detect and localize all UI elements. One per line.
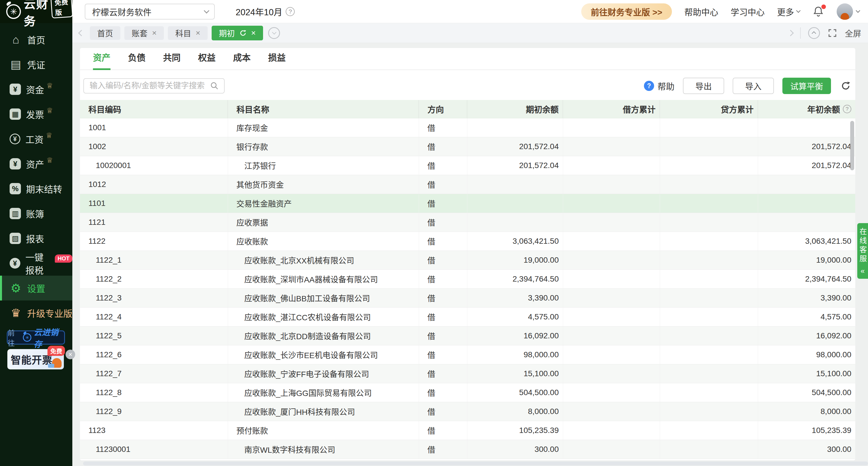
page-tab-科目[interactable]: 科目 ×: [168, 26, 207, 40]
cell-code: 1122_3: [80, 288, 228, 307]
sidebar-item-report[interactable]: ▧ 报表: [0, 226, 72, 251]
sidebar-item-settings[interactable]: ⚙ 设置: [0, 276, 72, 300]
table-row[interactable]: 1122_3 应收账款_佛山BB加工设备有限公司 借 3,390.00 3,39…: [80, 288, 855, 307]
smart-invoicing-ad[interactable]: 智能开票 免费 ×: [7, 349, 64, 369]
cell-year-begin-balance: [758, 194, 855, 213]
goto-pro-button[interactable]: 前往财务专业版 >>: [581, 3, 672, 20]
invoice-icon: ▦: [10, 108, 21, 120]
cell-code: 1123: [80, 421, 228, 440]
category-tab-损益[interactable]: 损益: [268, 51, 286, 69]
table-row[interactable]: 10020001 江苏银行 借 201,572.04 201,572.04: [80, 156, 855, 175]
search-input[interactable]: [90, 81, 210, 90]
table-row[interactable]: 1122_7 应收账款_宁波FF电子设备有限公司 借 15,100.00 15,…: [80, 364, 855, 383]
sidebar-item-funds[interactable]: ¥ 资金 ♕: [0, 77, 72, 102]
table-row[interactable]: 1002 银行存款 借 201,572.04 201,572.04: [80, 137, 855, 156]
refresh-icon[interactable]: [239, 29, 247, 37]
cell-direction: 借: [419, 213, 467, 232]
sidebar-item-asset[interactable]: ¥ 资产 ♕: [0, 152, 72, 176]
sidebar-item-salary[interactable]: ¥ 工资 ♕: [0, 127, 72, 152]
cell-opening-balance: 3,063,421.50: [467, 232, 563, 251]
online-service-tab[interactable]: 在线客服 «: [857, 223, 868, 279]
table-row[interactable]: 1123 预付账款 借 105,235.39 105,235.39: [80, 421, 855, 440]
cell-opening-balance: 19,000.00: [467, 251, 563, 269]
sidebar-item-home[interactable]: ⌂ 首页: [0, 27, 72, 52]
page-tab-首页[interactable]: 首页: [90, 26, 120, 40]
year-begin-help-icon[interactable]: ?: [843, 105, 851, 113]
table-row[interactable]: 1101 交易性金融资产 借: [80, 194, 855, 213]
table-row[interactable]: 11230001 南京WL数字科技有限公司 借 300.00 300.00: [80, 440, 855, 459]
help-center-link[interactable]: 帮助中心: [684, 5, 718, 18]
cell-opening-balance: 2,394,764.50: [467, 269, 563, 288]
ad-close-icon[interactable]: ×: [66, 350, 75, 359]
ledger-icon: ▥: [10, 208, 21, 219]
category-tab-负债[interactable]: 负债: [128, 51, 146, 69]
page-tab-期初[interactable]: 期初 ×: [212, 26, 263, 40]
fullscreen-icon[interactable]: [827, 28, 837, 38]
page-tab-账套[interactable]: 账套 ×: [124, 26, 164, 40]
sidebar-item-upgrade[interactable]: ♛ 升级专业版: [0, 300, 72, 325]
sidebar-item-voucher[interactable]: ▤ 凭证: [0, 52, 72, 77]
close-tab-icon[interactable]: ×: [195, 29, 200, 37]
refresh-icon[interactable]: [841, 81, 851, 91]
learn-center-link[interactable]: 学习中心: [731, 5, 765, 18]
tabs-dropdown-icon[interactable]: [268, 27, 280, 39]
period-help-icon[interactable]: ?: [286, 7, 295, 16]
table-row[interactable]: 1122_8 应收账款_上海GG国际贸易有限公司 借 504,500.00 50…: [80, 383, 855, 402]
goto-inventory-button[interactable]: 前往 ✳ 云进销存: [7, 330, 65, 344]
main-content-area: 资产负债共同权益成本损益 ? 帮助 导出 导入: [72, 43, 868, 466]
fullscreen-label[interactable]: 全屏: [845, 27, 861, 39]
cell-credit-total: [660, 402, 758, 421]
tabs-scroll-left-icon[interactable]: [78, 30, 85, 36]
cell-credit-total: [660, 345, 758, 364]
sidebar-item-closing[interactable]: % 期末结转: [0, 176, 72, 201]
trial-balance-button[interactable]: 试算平衡: [782, 78, 831, 94]
category-tab-共同[interactable]: 共同: [163, 51, 181, 69]
cell-opening-balance: 3,390.00: [467, 288, 563, 307]
category-tab-成本[interactable]: 成本: [233, 51, 251, 69]
table-row[interactable]: 1122_1 应收账款_北京XX机械有限公司 借 19,000.00 19,00…: [80, 251, 855, 269]
close-tab-icon[interactable]: ×: [152, 29, 157, 37]
sidebar: ✳ 云财务 免费版 ⌂ 首页 ▤ 凭证 ¥ 资金 ♕ ▦ 发票 ♕ ¥ 工资 ♕…: [0, 0, 72, 466]
column-header: 年初余额?: [758, 100, 855, 118]
table-row[interactable]: 1122_5 应收账款_北京DD制造设备有限公司 借 16,092.00 16,…: [80, 326, 855, 345]
more-menu[interactable]: 更多: [777, 5, 800, 18]
sidebar-item-tax[interactable]: ¥ 一键报税 HOT: [0, 251, 72, 276]
import-button[interactable]: 导入: [733, 78, 774, 94]
cell-code: 1002: [80, 137, 228, 156]
account-set-select[interactable]: 柠檬云财务软件: [85, 4, 215, 20]
sidebar-item-ledger[interactable]: ▥ 账簿: [0, 201, 72, 226]
vertical-scrollbar-thumb[interactable]: [850, 121, 854, 170]
free-badge: 免费: [48, 346, 65, 356]
table-row[interactable]: 1012 其他货币资金 借: [80, 175, 855, 194]
category-tab-资产[interactable]: 资产: [93, 51, 111, 69]
cell-opening-balance: 8,000.00: [467, 402, 563, 421]
cell-credit-total: [660, 364, 758, 383]
table-row[interactable]: 1122_4 应收账款_湛江CC农机设备有限公司 借 4,575.00 4,57…: [80, 307, 855, 326]
search-icon[interactable]: [210, 81, 219, 90]
tabs-scroll-right-icon[interactable]: [787, 30, 794, 36]
cell-debit-total: [563, 440, 660, 459]
export-button[interactable]: 导出: [683, 78, 724, 94]
cell-debit-total: [563, 251, 660, 269]
table-row[interactable]: 1122_9 应收账款_厦门HH科技有限公司 借 8,000.00 8,000.…: [80, 402, 855, 421]
cell-debit-total: [563, 156, 660, 175]
user-menu[interactable]: [837, 3, 860, 20]
table-row[interactable]: 1122_6 应收账款_长沙市EE机电设备有限公司 借 98,000.00 98…: [80, 345, 855, 364]
horizontal-scrollbar[interactable]: [83, 462, 868, 465]
notification-bell-icon[interactable]: [812, 6, 824, 18]
chevron-down-icon: [856, 8, 860, 13]
table-row[interactable]: 1122 应收账款 借 3,063,421.50 3,063,421.50: [80, 232, 855, 251]
table-row[interactable]: 1121 应收票据 借: [80, 213, 855, 232]
cell-credit-total: [660, 288, 758, 307]
chevron-down-icon: [796, 8, 801, 13]
cell-credit-total: [660, 251, 758, 269]
category-tab-权益[interactable]: 权益: [198, 51, 216, 69]
sidebar-item-invoice[interactable]: ▦ 发票 ♕: [0, 102, 72, 127]
collapse-up-icon[interactable]: [808, 27, 820, 39]
help-icon: ?: [644, 81, 654, 91]
help-button[interactable]: ? 帮助: [644, 80, 675, 92]
close-tab-icon[interactable]: ×: [251, 29, 256, 37]
table-row[interactable]: 1122_2 应收账款_深圳市AA器械设备有限公司 借 2,394,764.50…: [80, 269, 855, 288]
cell-credit-total: [660, 156, 758, 175]
table-row[interactable]: 1001 库存现金 借: [80, 118, 855, 137]
